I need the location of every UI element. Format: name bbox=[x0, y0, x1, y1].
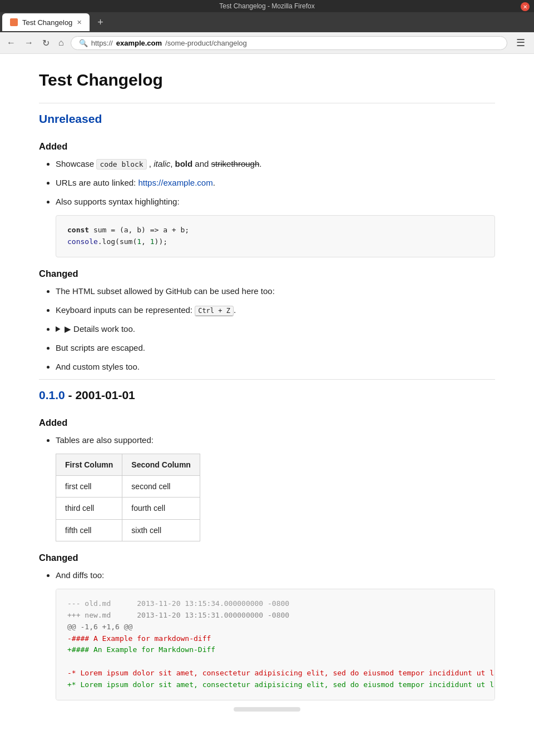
table-row: first cell second cell bbox=[56, 475, 200, 497]
code-rest1: sum = (a, b) => a + b; bbox=[89, 226, 189, 234]
kbd-dot: . bbox=[234, 305, 236, 315]
added-list-1: Showcase code block , italic, bold and s… bbox=[39, 157, 495, 257]
list-item-diffs: And diffs too: --- old.md 2013-11-20 13:… bbox=[56, 569, 495, 700]
reload-button[interactable]: ↻ bbox=[40, 37, 52, 49]
table-header-row: First Column Second Column bbox=[56, 454, 200, 475]
table-cell: second cell bbox=[122, 475, 200, 497]
code-fn: console bbox=[67, 237, 98, 246]
changed-heading-1: Changed bbox=[39, 268, 495, 279]
tab-favicon bbox=[10, 18, 18, 26]
menu-button[interactable]: ☰ bbox=[512, 34, 530, 51]
code-block-syntax: const sum = (a, b) => a + b; console.log… bbox=[56, 215, 495, 257]
showcase-mid: , bbox=[170, 159, 175, 168]
code-mid: , bbox=[141, 237, 150, 246]
diff-line-7: -* Lorem ipsum dolor sit amet, consectet… bbox=[67, 669, 495, 677]
tab-close-button[interactable]: ✕ bbox=[77, 19, 82, 26]
showcase-and: and bbox=[192, 159, 211, 168]
active-tab[interactable]: Test Changelog ✕ bbox=[2, 13, 90, 31]
code-block-diff: --- old.md 2013-11-20 13:15:34.000000000… bbox=[56, 589, 495, 700]
unreleased-heading[interactable]: Unreleased bbox=[39, 112, 102, 126]
addressbar: ← → ↻ ⌂ 🔍 https://example.com/some-produ… bbox=[0, 32, 534, 54]
diff-line-2: +++ new.md 2013-11-20 13:15:31.000000000… bbox=[67, 611, 289, 619]
kbd-before: Keyboard inputs can be represented: bbox=[56, 305, 195, 315]
url-prefix: https:// bbox=[91, 39, 113, 47]
table-row: third cell fourth cell bbox=[56, 498, 200, 519]
diff-line-3: @@ -1,6 +1,6 @@ bbox=[67, 623, 132, 631]
code-end: )); bbox=[155, 237, 167, 246]
added-list-2: Tables are also supported: First Column … bbox=[39, 434, 495, 542]
table-cell: first cell bbox=[56, 475, 122, 497]
data-table: First Column Second Column first cell se… bbox=[56, 454, 200, 542]
diffs-before: And diffs too: bbox=[56, 570, 104, 580]
list-item-styles: And custom styles too. bbox=[56, 360, 495, 374]
tab-label: Test Changelog bbox=[22, 18, 72, 27]
changed-list-1: The HTML subset allowed by GitHub can be… bbox=[39, 285, 495, 374]
tabbar: Test Changelog ✕ + bbox=[0, 12, 534, 32]
close-button[interactable]: ✕ bbox=[521, 2, 530, 11]
showcase-dot: . bbox=[259, 159, 261, 168]
list-item-tables: Tables are also supported: First Column … bbox=[56, 434, 495, 542]
unreleased-link[interactable]: Unreleased bbox=[39, 112, 102, 125]
table-cell: sixth cell bbox=[122, 519, 200, 541]
titlebar: Test Changelog - Mozilla Firefox ✕ bbox=[0, 0, 534, 12]
table-cell: fifth cell bbox=[56, 519, 122, 541]
table-cell: fourth cell bbox=[122, 498, 200, 519]
version-heading[interactable]: 0.1.0 - 2001-01-01 bbox=[39, 389, 135, 402]
table-row: fifth cell sixth cell bbox=[56, 519, 200, 541]
showcase-bold: bold bbox=[175, 159, 193, 168]
diff-line-8: +* Lorem ipsum dolor sit amet, consectet… bbox=[67, 680, 495, 689]
showcase-code: code block bbox=[96, 159, 146, 170]
page-title: Test Changelog bbox=[39, 71, 495, 89]
section-divider-1 bbox=[39, 103, 495, 103]
home-button[interactable]: ⌂ bbox=[56, 37, 66, 49]
diff-line-1: --- old.md 2013-11-20 13:15:34.000000000… bbox=[67, 599, 289, 608]
back-button[interactable]: ← bbox=[4, 37, 18, 49]
table-header-col2: Second Column bbox=[122, 454, 200, 475]
syntax-text: Also supports syntax highlighting: bbox=[56, 197, 180, 206]
showcase-after: , bbox=[147, 159, 154, 168]
list-item-urls: URLs are auto linked: https://example.co… bbox=[56, 176, 495, 190]
changed-list-2: And diffs too: --- old.md 2013-11-20 13:… bbox=[39, 569, 495, 700]
kbd-key: Ctrl + Z bbox=[195, 306, 234, 316]
showcase-italic: italic bbox=[154, 159, 170, 168]
version-date: - 2001-01-01 bbox=[65, 389, 135, 401]
details-summary[interactable]: ▶ Details work too. bbox=[56, 322, 495, 336]
diff-line-4: -#### A Example for markdown-diff bbox=[67, 634, 211, 643]
url-path: /some-product/changelog bbox=[165, 39, 247, 47]
code-num2: 1 bbox=[150, 237, 155, 246]
changed-heading-2: Changed bbox=[39, 553, 495, 563]
code-kw: const bbox=[67, 226, 89, 234]
code-num1: 1 bbox=[137, 237, 141, 246]
section-divider-2 bbox=[39, 379, 495, 380]
list-item-html: The HTML subset allowed by GitHub can be… bbox=[56, 285, 495, 298]
new-tab-button[interactable]: + bbox=[93, 14, 108, 31]
list-item-syntax: Also supports syntax highlighting: const… bbox=[56, 195, 495, 257]
details-element[interactable]: ▶ Details work too. bbox=[56, 322, 495, 336]
page-content: Test Changelog Unreleased Added Showcase… bbox=[17, 54, 517, 745]
urls-dot: . bbox=[213, 178, 215, 187]
added-heading-2: Added bbox=[39, 417, 495, 428]
window-title: Test Changelog - Mozilla Firefox bbox=[219, 2, 314, 10]
scrollbar[interactable] bbox=[234, 707, 300, 712]
table-cell: third cell bbox=[56, 498, 122, 519]
tables-before: Tables are also supported: bbox=[56, 435, 154, 445]
urls-link[interactable]: https://example.com bbox=[138, 178, 212, 187]
table-header-col1: First Column bbox=[56, 454, 122, 475]
forward-button[interactable]: → bbox=[22, 37, 36, 49]
list-item-scripts: But scripts are escaped. bbox=[56, 341, 495, 355]
address-bar[interactable]: 🔍 https://example.com/some-product/chang… bbox=[71, 36, 507, 50]
showcase-text-before: Showcase bbox=[56, 159, 96, 168]
search-icon: 🔍 bbox=[79, 39, 88, 47]
showcase-strikethrough: strikethrough bbox=[211, 159, 260, 168]
list-item-showcase: Showcase code block , italic, bold and s… bbox=[56, 157, 495, 171]
list-item-kbd: Keyboard inputs can be represented: Ctrl… bbox=[56, 304, 495, 317]
added-heading-1: Added bbox=[39, 141, 495, 152]
urls-before: URLs are auto linked: bbox=[56, 178, 138, 187]
url-domain: example.com bbox=[116, 39, 162, 47]
code-rest2: .log(sum( bbox=[98, 237, 137, 246]
version-link[interactable]: 0.1.0 bbox=[39, 389, 65, 401]
list-item-details: ▶ Details work too. bbox=[56, 322, 495, 336]
diff-line-5: +#### An Example for Markdown-Diff bbox=[67, 645, 215, 654]
